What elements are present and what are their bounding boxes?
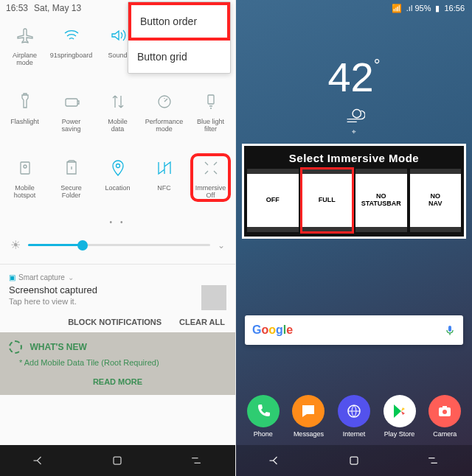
svg-rect-14 <box>350 457 358 464</box>
tile-label: Mobilehotspot <box>13 184 38 200</box>
location-pin-icon: ⌖ <box>236 127 472 136</box>
status-time: 16:56 <box>444 4 465 13</box>
status-time: 16:53 <box>6 3 28 13</box>
home-screen: 📶 .ıl 95% ▮ 16:56 42° ⌖ Select Immersive… <box>236 0 472 476</box>
qs-tile-secure[interactable]: SecureFolder <box>48 152 94 215</box>
tile-label: Blue lightfilter <box>195 118 226 133</box>
app-label: Messages <box>294 430 324 438</box>
bluelight-icon <box>201 91 221 112</box>
status-date: Sat, May 13 <box>34 3 81 13</box>
navigation-bar <box>0 445 235 476</box>
navigation-bar <box>236 445 472 476</box>
tile-label: Performancemode <box>144 118 185 133</box>
notif-expand-icon[interactable]: ⌄ <box>68 273 74 281</box>
qs-tile-perf[interactable]: Performancemode <box>141 85 187 149</box>
brightness-row: ☀ ⌄ <box>0 232 235 264</box>
notif-app-name: Smart capture <box>18 273 65 281</box>
brightness-expand-icon[interactable]: ⌄ <box>218 240 225 251</box>
background-app-card: WHAT'S NEW * Add Mobile Data Tile (Root … <box>0 332 235 395</box>
hotspot-icon <box>15 158 35 178</box>
notification-actions: BLOCK NOTIFICATIONS CLEAR ALL <box>0 313 235 332</box>
menu-button-order[interactable]: Button order <box>128 2 230 41</box>
tile-label: Powersaving <box>60 118 82 133</box>
quick-settings-panel: 16:53 Sat, May 13 Button order Button gr… <box>0 0 236 476</box>
qs-tile-nfc[interactable]: NFC <box>141 152 187 215</box>
cloud-icon <box>343 105 365 125</box>
immersive-mode-option[interactable]: NONAV <box>410 169 462 232</box>
svg-point-6 <box>24 165 27 168</box>
app-play[interactable]: Play Store <box>379 395 420 438</box>
power-icon <box>61 91 82 112</box>
phone-icon <box>247 395 280 427</box>
nfc-icon <box>154 158 175 178</box>
immersive-icon <box>201 158 221 178</box>
qs-tile-hotspot[interactable]: Mobilehotspot <box>1 152 48 215</box>
internet-icon <box>338 395 370 427</box>
immersive-mode-option[interactable]: OFF <box>247 169 299 232</box>
sound-icon <box>108 25 128 46</box>
immersive-mode-option[interactable]: FULL <box>302 169 353 232</box>
tile-label: Flashlight <box>9 118 41 125</box>
mic-icon[interactable] <box>444 324 456 336</box>
tile-label: Sound <box>106 52 128 59</box>
qs-tile-power[interactable]: Powersaving <box>48 85 94 149</box>
svg-rect-2 <box>66 99 77 106</box>
tile-label: Airplanemode <box>11 52 38 67</box>
play-icon <box>384 395 416 427</box>
camera-icon <box>428 395 461 427</box>
svg-point-9 <box>353 110 361 118</box>
back-icon[interactable] <box>32 453 46 468</box>
recents-icon[interactable] <box>189 453 204 468</box>
svg-point-7 <box>116 164 119 168</box>
wifi-icon <box>61 25 82 46</box>
app-camera[interactable]: Camera <box>424 395 465 438</box>
read-more-button[interactable]: READ MORE <box>9 374 226 392</box>
back-icon[interactable] <box>268 453 282 468</box>
whats-new-heading: WHAT'S NEW <box>30 342 86 352</box>
brightness-low-icon: ☀ <box>10 238 21 252</box>
app-label: Play Store <box>384 430 415 438</box>
home-icon[interactable] <box>110 453 125 468</box>
tile-label: 91springboard <box>49 52 94 59</box>
secure-icon <box>61 158 82 178</box>
menu-button-grid[interactable]: Button grid <box>128 41 230 73</box>
battery-percent: .ıl 95% <box>406 4 431 13</box>
brightness-slider[interactable] <box>28 244 210 246</box>
app-phone[interactable]: Phone <box>243 395 284 438</box>
loading-icon <box>9 340 22 354</box>
dialog-title: Select Immersive Mode <box>247 149 461 169</box>
mode-label: FULL <box>302 174 353 227</box>
qs-tile-mdata[interactable]: Mobiledata <box>94 85 141 149</box>
app-messages[interactable]: Messages <box>288 395 329 438</box>
tile-label: ImmersiveOff <box>194 184 228 200</box>
app-label: Camera <box>433 430 457 438</box>
notif-app-icon: ▣ <box>9 273 15 281</box>
qs-tile-bluelight[interactable]: Blue lightfilter <box>187 85 234 149</box>
qs-tile-airplane[interactable]: Airplanemode <box>1 19 48 83</box>
status-bar: 📶 .ıl 95% ▮ 16:56 <box>236 0 472 16</box>
qs-tile-flashlight[interactable]: Flashlight <box>1 85 48 149</box>
overflow-menu: Button order Button grid <box>128 1 231 74</box>
mode-label: NOSTATUSBAR <box>355 174 407 227</box>
recents-icon[interactable] <box>426 453 440 468</box>
immersive-mode-option[interactable]: NOSTATUSBAR <box>355 169 407 232</box>
weather-widget[interactable]: 42° ⌖ <box>236 53 472 136</box>
block-notifications-button[interactable]: BLOCK NOTIFICATIONS <box>68 318 162 326</box>
home-icon[interactable] <box>347 453 361 468</box>
svg-rect-4 <box>208 95 214 104</box>
qs-tile-wifi[interactable]: 91springboard <box>48 19 94 83</box>
whats-new-line: * Add Mobile Data Tile (Root Required) <box>19 358 226 367</box>
tile-label: SecureFolder <box>59 184 83 200</box>
svg-rect-13 <box>442 406 447 408</box>
immersive-mode-dialog: Select Immersive Mode OFFFULLNOSTATUSBAR… <box>242 144 466 239</box>
battery-icon: ▮ <box>435 4 440 13</box>
google-search-bar[interactable]: Google <box>245 315 463 345</box>
app-label: Phone <box>254 430 273 438</box>
airplane-icon <box>15 25 35 46</box>
qs-tile-immersive[interactable]: ImmersiveOff <box>187 152 234 215</box>
notification-card[interactable]: ▣ Smart capture ⌄ Screenshot captured Ta… <box>0 267 235 313</box>
app-internet[interactable]: Internet <box>333 395 375 438</box>
qs-tile-location[interactable]: Location <box>94 152 141 215</box>
wifi-icon: 📶 <box>392 4 402 13</box>
clear-all-button[interactable]: CLEAR ALL <box>179 318 225 326</box>
